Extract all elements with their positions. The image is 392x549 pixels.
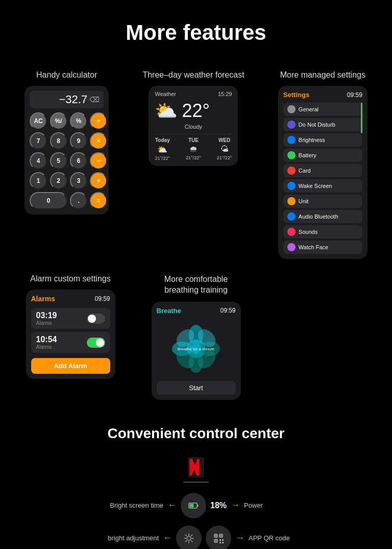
breathing-time: 09:59 — [220, 307, 235, 314]
svg-rect-35 — [219, 542, 221, 543]
alarm-block: Alarm custom settings Alarms 09:59 03:19… — [26, 274, 115, 379]
alarm-item-1054: 10:54 Alarms — [31, 332, 110, 353]
page-title: More features — [0, 0, 392, 70]
calc-display-value: −32.7 — [59, 93, 87, 106]
cc-btn-brightness[interactable] — [176, 526, 202, 549]
cc-row-0: Bright screen time ← 18% → Power — [10, 493, 382, 518]
cc-row-1: bright adjustment ← — [10, 526, 382, 549]
calc-btn-0[interactable]: 0 — [30, 192, 67, 209]
calculator-block: Handy calculator −32.7 ⌫ AC %/ % ÷ 7 8 9… — [24, 70, 109, 214]
svg-rect-34 — [222, 539, 224, 541]
calc-btn-dot[interactable]: . — [70, 192, 87, 209]
svg-point-18 — [187, 536, 191, 540]
weather-day-wed: WED 🌤 21°/22° — [217, 137, 232, 161]
weather-desc: Cloudy — [155, 124, 232, 130]
svg-rect-16 — [197, 505, 199, 507]
settings-icon-sounds — [287, 228, 296, 236]
svg-rect-36 — [222, 542, 224, 543]
calc-display: −32.7 ⌫ — [30, 91, 104, 108]
alarm-widget: Alarms 09:59 03:19 Alarms 10:54 Alarms — [26, 290, 115, 379]
cc-btn-qrcode[interactable] — [206, 526, 231, 549]
add-alarm-button[interactable]: Add Alarm — [31, 358, 110, 374]
settings-time: 09:59 — [347, 91, 362, 99]
calculator-widget: −32.7 ⌫ AC %/ % ÷ 7 8 9 × 4 5 6 − 1 2 3 … — [24, 86, 109, 214]
calc-btn-3[interactable]: 3 — [70, 172, 87, 189]
settings-item-bluetooth[interactable]: Audio Bluetooth — [283, 210, 362, 223]
cc-arrow-left-1: ← — [163, 533, 172, 543]
svg-rect-17 — [189, 504, 193, 507]
control-center-rows: Bright screen time ← 18% → Power bright … — [10, 493, 382, 549]
calculator-label: Handy calculator — [36, 70, 97, 80]
svg-text:Breathe for a minute: Breathe for a minute — [178, 347, 215, 351]
alarm-header: Alarms 09:59 — [31, 295, 110, 303]
toggle-knob — [88, 315, 96, 323]
cc-btn-battery[interactable] — [181, 493, 206, 518]
settings-item-brightness[interactable]: Brightness — [283, 133, 362, 147]
calc-btn-ac[interactable]: AC — [30, 112, 47, 130]
svg-line-26 — [185, 540, 186, 541]
weather-widget: Weather 15:29 ⛅ 22° Cloudy Today ⛅ 21°/2… — [149, 86, 238, 166]
calc-btn-pct[interactable]: % — [70, 112, 87, 130]
calc-btn-add[interactable]: + — [90, 172, 107, 189]
weather-block: Three–day weather forecast Weather 15:29… — [142, 70, 244, 166]
settings-list: General Do Not Disturb Brightness Batter… — [283, 103, 362, 254]
calc-backspace-icon[interactable]: ⌫ — [89, 96, 100, 104]
calc-btn-eq[interactable]: = — [90, 192, 107, 209]
weather-header: Weather 15:29 — [155, 91, 232, 97]
alarm-toggle-on[interactable] — [87, 338, 105, 348]
control-center-title: Convenient control center — [108, 425, 285, 442]
settings-item-battery[interactable]: Battery — [283, 149, 362, 162]
calc-btn-5[interactable]: 5 — [50, 152, 67, 170]
svg-rect-28 — [215, 535, 217, 536]
settings-item-unit[interactable]: Unit — [283, 195, 362, 208]
weather-icon-big: ⛅ — [155, 100, 178, 122]
features-middle-row: Alarm custom settings Alarms 09:59 03:19… — [0, 259, 392, 405]
calc-btn-6[interactable]: 6 — [70, 152, 87, 170]
svg-line-24 — [191, 540, 192, 541]
settings-icon-battery — [287, 151, 296, 159]
control-center-section: Convenient control center Bright screen … — [0, 405, 392, 549]
breathing-header: Breathe 09:59 — [157, 307, 236, 315]
settings-icon-watchface — [287, 243, 296, 251]
calc-btn-sub[interactable]: − — [90, 152, 107, 170]
cc-percent-value: 18% — [210, 501, 227, 510]
settings-item-watchface[interactable]: Watch Face — [283, 241, 362, 254]
netflix-icon — [188, 457, 204, 478]
alarm-title: Alarms — [31, 295, 55, 303]
settings-icon-general — [287, 105, 296, 113]
alarm-toggle-off[interactable] — [87, 314, 105, 324]
cc-arrow-right-1: → — [235, 533, 244, 543]
settings-item-dnd[interactable]: Do Not Disturb — [283, 118, 362, 131]
calc-btn-2[interactable]: 2 — [50, 172, 67, 189]
cc-arrow-right-0: → — [231, 500, 240, 511]
svg-line-25 — [191, 535, 192, 536]
svg-line-23 — [185, 535, 186, 536]
calc-btn-mul[interactable]: × — [90, 132, 107, 150]
control-center-content: Bright screen time ← 18% → Power bright … — [10, 457, 382, 549]
settings-item-card[interactable]: Card — [283, 164, 362, 177]
breathing-start-button[interactable]: Start — [157, 381, 236, 395]
toggle-knob-on — [96, 339, 104, 347]
weather-title: Weather — [155, 91, 176, 97]
calc-btn-4[interactable]: 4 — [30, 152, 47, 170]
settings-icon-dnd — [287, 121, 296, 129]
calc-btn-7[interactable]: 7 — [30, 132, 47, 150]
calc-btn-9[interactable]: 9 — [70, 132, 87, 150]
weather-main: ⛅ 22° — [155, 100, 232, 122]
breathing-block: More comfortablebreathing training Breat… — [152, 274, 241, 400]
settings-item-wakescreen[interactable]: Wake Screen — [283, 179, 362, 193]
settings-item-general[interactable]: General — [283, 103, 362, 116]
features-top-row: Handy calculator −32.7 ⌫ AC %/ % ÷ 7 8 9… — [0, 70, 392, 259]
calc-btn-div[interactable]: ÷ — [90, 112, 107, 130]
control-center-divider — [183, 482, 209, 483]
cc-label-bright-adj: bright adjustment — [77, 534, 159, 542]
breathing-label: More comfortablebreathing training — [164, 274, 228, 296]
calc-btn-pct-div[interactable]: %/ — [50, 112, 67, 130]
calc-btn-8[interactable]: 8 — [50, 132, 67, 150]
settings-item-sounds[interactable]: Sounds — [283, 225, 362, 238]
calc-btn-1[interactable]: 1 — [30, 172, 47, 189]
cc-label-power: Power — [244, 502, 310, 509]
settings-icon-unit — [287, 197, 296, 205]
cc-arrow-left-0: ← — [167, 500, 177, 511]
weather-day-tue: TUE 🌧 21°/22° — [186, 137, 201, 161]
